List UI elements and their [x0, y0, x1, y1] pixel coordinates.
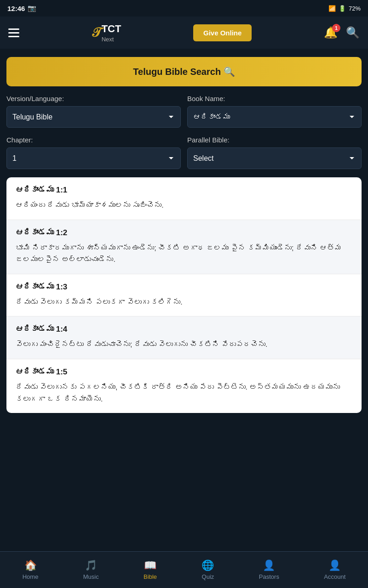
nav-item-music[interactable]: 🎵Music: [78, 556, 104, 584]
verse-text: భూమి నిరాకారముగాను శూన్యముగాను ఉండెను; చ…: [16, 242, 352, 266]
filter-row-top: Version/Language: Telugu Bible English K…: [6, 95, 362, 128]
verse-reference: ఆదికాండము 1:4: [16, 325, 352, 334]
logo-text: TCT: [102, 23, 121, 34]
filters-section: Version/Language: Telugu Bible English K…: [0, 86, 368, 169]
book-label: Book Name:: [187, 95, 362, 102]
status-time-area: 12:46 📷: [7, 4, 36, 12]
nav-label-quiz: Quiz: [202, 573, 214, 580]
home-icon: 🏠: [24, 560, 37, 571]
time-display: 12:46: [7, 5, 25, 12]
nav-item-home[interactable]: 🏠Home: [17, 556, 44, 584]
nav-item-pastors[interactable]: 👤Pastors: [253, 556, 285, 584]
header-icons: 🔔 1 🔍: [324, 26, 360, 39]
chapter-select[interactable]: 1 2 3 4 5: [6, 147, 181, 169]
search-banner[interactable]: Telugu Bible Search 🔍: [6, 57, 362, 86]
chapter-label: Chapter:: [6, 136, 181, 144]
version-filter-group: Version/Language: Telugu Bible English K…: [6, 95, 181, 128]
search-icon[interactable]: 🔍: [346, 26, 360, 39]
verse-block: ఆదికాండము 1:5దేవుడు వెలుగునకు పగలనియు, చ…: [6, 359, 362, 413]
bible-icon: 📖: [144, 560, 156, 571]
nav-item-quiz[interactable]: 🌐Quiz: [196, 556, 219, 584]
verse-block: ఆదికాండము 1:3దేవుడు వెలుగు కమ్మని పలుకగా…: [6, 274, 362, 317]
version-select[interactable]: Telugu Bible English KJV Hindi Bible: [6, 106, 181, 128]
verse-reference: ఆదికాండము 1:1: [16, 186, 352, 195]
status-indicators: 📶 🔋 72%: [328, 5, 361, 12]
filter-row-bottom: Chapter: 1 2 3 4 5 Parallel Bible: Selec…: [6, 136, 362, 169]
battery-icon: 🔋: [339, 5, 346, 12]
version-label: Version/Language:: [6, 95, 181, 102]
verse-text: ఆదియందు దేవుడు భూమ్యాకాశములను సృజించెను.: [16, 199, 352, 211]
app-header: 𝒯 TCT Next Give Online 🔔 1 🔍: [0, 17, 368, 49]
parallel-label: Parallel Bible:: [187, 136, 362, 144]
book-filter-group: Book Name: ఆదికాండము నిర్గమకాండము: [187, 95, 362, 128]
parallel-filter-group: Parallel Bible: Select KJV NIV: [187, 136, 362, 169]
notification-badge: 1: [332, 24, 340, 32]
battery-level: 72%: [349, 5, 361, 12]
logo-sub: Next: [102, 36, 121, 43]
camera-icon: 📷: [28, 4, 36, 12]
chapter-filter-group: Chapter: 1 2 3 4 5: [6, 136, 181, 169]
account-icon: 👤: [328, 560, 341, 571]
nav-item-account[interactable]: 👤Account: [318, 556, 351, 584]
verse-reference: ఆదికాండము 1:3: [16, 283, 352, 292]
nav-label-home: Home: [23, 573, 39, 580]
music-icon: 🎵: [85, 560, 97, 571]
menu-button[interactable]: [8, 28, 19, 37]
status-bar: 12:46 📷 📶 🔋 72%: [0, 0, 368, 17]
nav-label-bible: Bible: [144, 573, 157, 580]
verse-text: దేవుడు వెలుగు కమ్మని పలుకగా వెలుగు కలిగె…: [16, 296, 352, 308]
app-logo: 𝒯 TCT Next: [92, 23, 121, 43]
nav-item-bible[interactable]: 📖Bible: [138, 556, 162, 584]
notification-button[interactable]: 🔔 1: [324, 26, 338, 39]
signal-icon: 📶: [328, 5, 336, 12]
verse-reference: ఆదికాండము 1:5: [16, 368, 352, 377]
verse-block: ఆదికాండము 1:4వెలుగు మంచిదైనట్టు దేవుడుచూ…: [6, 317, 362, 359]
nav-label-pastors: Pastors: [259, 573, 279, 580]
logo-icon: 𝒯: [92, 25, 100, 40]
book-select[interactable]: ఆదికాండము నిర్గమకాండము: [187, 106, 362, 128]
verse-block: ఆదికాండము 1:2భూమి నిరాకారముగాను శూన్యముగ…: [6, 220, 362, 274]
nav-label-music: Music: [83, 573, 99, 580]
quiz-icon: 🌐: [201, 560, 214, 571]
verses-content: ఆదికాండము 1:1ఆదియందు దేవుడు భూమ్యాకాశముల…: [6, 177, 362, 413]
verse-reference: ఆదికాండము 1:2: [16, 228, 352, 237]
verse-text: వెలుగు మంచిదైనట్టు దేవుడుచూచెను; దేవుడు …: [16, 339, 352, 351]
pastors-icon: 👤: [263, 560, 275, 571]
give-online-button[interactable]: Give Online: [193, 24, 252, 41]
bottom-navigation: 🏠Home🎵Music📖Bible🌐Quiz👤Pastors👤Account: [0, 551, 368, 588]
verse-block: ఆదికాండము 1:1ఆదియందు దేవుడు భూమ్యాకాశముల…: [6, 177, 362, 220]
parallel-select[interactable]: Select KJV NIV: [187, 147, 362, 169]
verse-text: దేవుడు వెలుగునకు పగలనియు, చీకటికి రాత్రి…: [16, 381, 352, 405]
nav-label-account: Account: [324, 573, 345, 580]
